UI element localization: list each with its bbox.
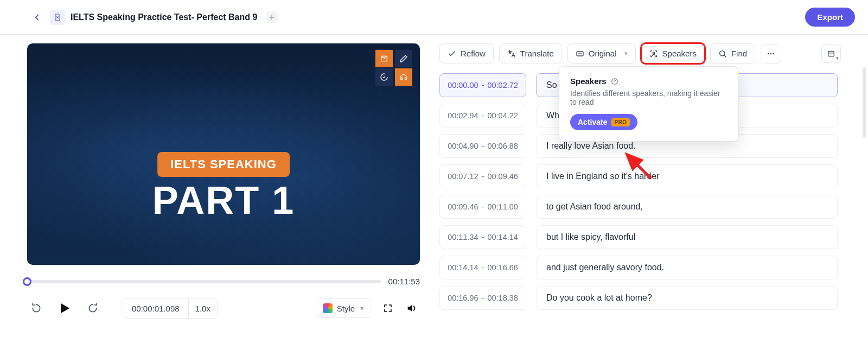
translate-button[interactable]: Translate — [499, 43, 562, 63]
timestamp[interactable]: 00:11.34-00:14.14 — [439, 225, 526, 249]
timestamp[interactable]: 00:04.90-00:06.88 — [439, 134, 526, 158]
find-button[interactable]: Find — [710, 43, 755, 63]
svg-rect-8 — [828, 51, 834, 56]
plus-icon — [268, 14, 276, 21]
transcript-row[interactable]: 00:07.12-00:09.46I live in England so it… — [439, 164, 838, 188]
timestamp[interactable]: 00:09.46-00:11.00 — [439, 195, 526, 219]
timestamp[interactable]: 00:14.14-00:16.66 — [439, 256, 526, 279]
svg-point-7 — [773, 53, 774, 54]
style-button[interactable]: Style ▼ — [316, 298, 372, 318]
timeline-track[interactable] — [27, 280, 381, 283]
forward-button[interactable] — [84, 299, 102, 317]
transcript-row[interactable]: 00:16.96-00:18.38Do you cook a lot at ho… — [439, 286, 838, 310]
playback-rate[interactable]: 1.0x — [189, 298, 217, 318]
svg-line-4 — [724, 55, 726, 57]
transcript-text[interactable]: I live in England so it's harder — [536, 164, 838, 188]
current-time[interactable]: 00:00:01.098 — [123, 298, 188, 318]
video-overlay-badges — [375, 50, 413, 86]
fullscreen-icon — [383, 303, 393, 313]
speakers-icon — [649, 49, 658, 58]
pro-badge: PRO — [611, 118, 629, 126]
transcript-text[interactable]: to get Asian food around, — [536, 195, 838, 219]
transcript-text[interactable]: and just generally savory food. — [536, 256, 838, 279]
timeline-thumb[interactable] — [23, 277, 31, 286]
more-icon — [767, 49, 775, 58]
reflow-button[interactable]: Reflow — [439, 43, 494, 63]
caption-icon — [576, 49, 584, 58]
help-icon[interactable] — [611, 78, 618, 85]
video-preview[interactable]: IELTS SPEAKING PART 1 — [27, 43, 420, 265]
document-icon — [50, 10, 65, 25]
forward-icon — [88, 303, 98, 313]
total-duration: 00:11:53 — [388, 277, 420, 286]
transcript-row[interactable]: 00:09.46-00:11.00to get Asian food aroun… — [439, 195, 838, 219]
transcript-text[interactable]: but I like spicy, flavorful — [536, 225, 838, 249]
scrollbar[interactable] — [863, 67, 866, 138]
search-icon — [718, 49, 727, 58]
page-title: IELTS Speaking Practice Test- Perfect Ba… — [71, 12, 257, 22]
chevron-down-icon: ▼ — [359, 305, 365, 311]
activate-label: Activate — [578, 118, 607, 126]
speakers-popover: Speakers Identifies different speakers, … — [559, 66, 739, 142]
play-icon — [57, 301, 72, 316]
speakers-label: Speakers — [662, 49, 697, 58]
timestamp[interactable]: 00:00.00-00:02.72 — [439, 73, 526, 97]
timestamp[interactable]: 00:07.12-00:09.46 — [439, 164, 526, 188]
rewind-button[interactable] — [27, 299, 46, 317]
add-tab-button[interactable] — [266, 11, 278, 23]
layout-icon — [827, 49, 835, 58]
reflow-label: Reflow — [461, 49, 486, 58]
original-label: Original — [589, 49, 617, 58]
timestamp[interactable]: 00:02.94-00:04.22 — [439, 104, 526, 128]
translate-icon — [507, 49, 516, 58]
transcript-text[interactable]: Do you cook a lot at home? — [536, 286, 838, 310]
video-big-title: PART 1 — [152, 178, 295, 222]
export-button[interactable]: Export — [805, 8, 855, 27]
style-label: Style — [337, 304, 355, 313]
check-icon — [448, 49, 456, 58]
fullscreen-button[interactable] — [380, 300, 396, 316]
chevron-left-icon — [32, 12, 42, 22]
view-toggle[interactable] — [821, 44, 841, 63]
back-button[interactable] — [29, 10, 44, 25]
transcript-row[interactable]: 00:14.14-00:16.66and just generally savo… — [439, 256, 838, 279]
palette-icon — [323, 303, 333, 313]
popover-desc: Identifies different speakers, making it… — [570, 89, 727, 106]
timestamp[interactable]: 00:16.96-00:18.38 — [439, 286, 526, 310]
rewind-icon — [31, 303, 41, 313]
speakers-button[interactable]: Speakers — [641, 43, 705, 63]
svg-point-6 — [770, 53, 771, 54]
play-button[interactable] — [53, 297, 76, 320]
video-tag: IELTS SPEAKING — [157, 152, 290, 177]
volume-button[interactable] — [404, 300, 420, 316]
more-button[interactable] — [761, 44, 781, 63]
translate-label: Translate — [520, 49, 554, 58]
transcript-row[interactable]: 00:11.34-00:14.14but I like spicy, flavo… — [439, 225, 838, 249]
svg-point-2 — [653, 52, 654, 54]
find-label: Find — [731, 49, 747, 58]
time-rate-box: 00:00:01.098 1.0x — [123, 298, 218, 319]
original-dropdown[interactable]: Original — [567, 43, 636, 63]
volume-icon — [406, 302, 418, 314]
svg-point-5 — [768, 53, 769, 54]
popover-title: Speakers — [570, 77, 607, 86]
activate-button[interactable]: Activate PRO — [570, 114, 637, 130]
